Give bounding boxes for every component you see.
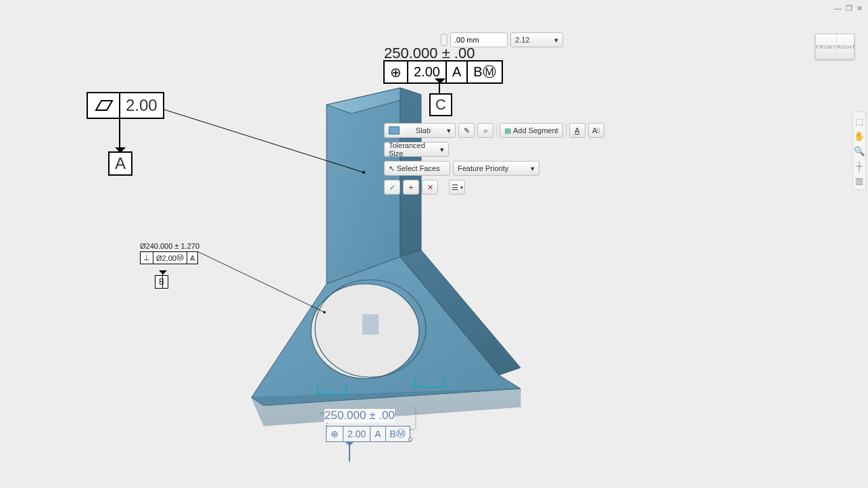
svg-point-10 (362, 171, 365, 174)
edit-icon[interactable]: ✎ (458, 123, 475, 138)
scale-value: 2.12 (515, 36, 529, 44)
pan-icon[interactable]: ✋ (853, 128, 865, 143)
window-controls: — ❐ ✕ (834, 4, 863, 13)
diameter-dimension: Ø240.000 ± 1.270 (140, 242, 199, 250)
add-segment-icon: ▦ (504, 126, 511, 135)
text-style-a-icon[interactable]: A (569, 123, 585, 138)
add-segment-button[interactable]: ▦ Add Segment (500, 123, 563, 138)
chevron-down-icon: ▾ (531, 164, 535, 173)
gdt-position-symbol-icon: ⊕ (385, 62, 408, 82)
svg-point-12 (323, 311, 326, 314)
detach-icon[interactable]: ⟐ (477, 123, 493, 138)
fcf-flatness-tol: 2.00 (120, 93, 163, 118)
cursor-icon: ↖ (389, 164, 395, 173)
slab-label: Slab (416, 126, 431, 135)
minimize-icon[interactable]: — (834, 4, 842, 13)
datum-c-triangle-icon (435, 78, 445, 84)
svg-line-11 (197, 251, 324, 312)
csys-icon[interactable]: ┼ (853, 158, 865, 173)
fcf-perp-tol: Ø2.00Ⓜ (153, 252, 187, 264)
add-segment-label: Add Segment (513, 126, 558, 135)
viewcube-front[interactable]: FRONT (816, 34, 837, 59)
fcf-bottom-tol: 2.00 (343, 426, 370, 441)
fit-view-icon[interactable]: ⬚ (853, 114, 865, 128)
select-faces-label: Select Faces (397, 164, 440, 172)
svg-marker-4 (400, 250, 521, 375)
close-icon[interactable]: ✕ (857, 4, 863, 13)
options-dropdown[interactable]: ☰ ▾ (449, 180, 465, 195)
fcf-perpendicularity[interactable]: ⊥ Ø2.00Ⓜ A (140, 251, 198, 264)
tol-size-label: Toleranced Size (389, 141, 438, 157)
svg-marker-1 (327, 88, 421, 114)
text-style-sup-icon[interactable]: Aͯ (588, 123, 604, 138)
extension-handle-left[interactable]: ↔ (318, 408, 326, 415)
section-icon[interactable]: ▥ (853, 173, 865, 188)
view-cube[interactable]: FRONT RIGHT (815, 34, 854, 59)
datum-b-box[interactable]: B (155, 275, 168, 289)
scale-dropdown[interactable]: 2.12 ▾ (510, 32, 563, 47)
cancel-button[interactable]: ✕ (422, 180, 438, 195)
datum-c-box[interactable]: C (429, 93, 452, 116)
context-toolbar: Slab ▾ ✎ ⟐ ▦ Add Segment A Aͯ Toleranced… (384, 123, 604, 195)
datum-a-connector (119, 116, 120, 149)
zoom-icon[interactable]: 🔍 (853, 143, 865, 158)
datum-a-box[interactable]: A (108, 151, 132, 176)
fcf-perp-datum: A (187, 252, 197, 264)
datum-c-connector (439, 81, 440, 93)
extension-handle-right[interactable]: ↔ (408, 424, 416, 431)
svg-marker-3 (251, 257, 521, 406)
separator (496, 124, 497, 137)
selection-highlight (362, 314, 379, 335)
feature-priority-label: Feature Priority (458, 164, 508, 172)
list-icon: ☰ (452, 183, 458, 192)
select-faces-button[interactable]: ↖ Select Faces (384, 161, 450, 176)
ok-button[interactable]: ✓ (384, 180, 400, 195)
resize-arrow-icon: ↔ (318, 409, 325, 417)
gdt-flatness-symbol-icon (88, 93, 120, 118)
grip-point-icon[interactable] (408, 437, 412, 441)
fcf-bottom-a: A (370, 426, 385, 441)
fcf-position-bottom[interactable]: ⊕ 2.00 A BⓂ (326, 426, 410, 442)
datum-b-triangle-icon (159, 270, 167, 274)
right-view-toolbar: ⬚ ✋ 🔍 ┼ ▥ (852, 112, 866, 190)
resize-arrow-icon: ↔ (408, 425, 416, 433)
separator (566, 124, 566, 137)
chevron-down-icon: ▾ (554, 36, 558, 45)
datum-b-connector (162, 272, 163, 288)
chevron-down-icon: ▾ (440, 145, 444, 154)
slab-dropdown[interactable]: Slab ▾ (384, 123, 456, 138)
fcf-flatness[interactable]: 2.00 (87, 92, 164, 119)
dimension-bottom[interactable]: 250.000 ± .00 (324, 409, 395, 422)
chevron-down-icon: ▾ (447, 126, 451, 135)
fcf-bottom-b: BⓂ (386, 426, 410, 441)
toleranced-size-dropdown[interactable]: Toleranced Size ▾ (384, 142, 449, 157)
fcf-datum-a: A (447, 62, 468, 82)
svg-line-9 (160, 108, 364, 172)
bottom-datum-connector (349, 443, 350, 462)
gdt-position-symbol-icon: ⊕ (327, 426, 343, 441)
add-button[interactable]: + (403, 180, 419, 195)
feature-priority-dropdown[interactable]: Feature Priority ▾ (453, 161, 539, 176)
fcf-datum-b: BⓂ (468, 62, 501, 82)
maximize-icon[interactable]: ❐ (846, 4, 852, 13)
viewcube-right[interactable]: RIGHT (837, 34, 855, 59)
gdt-perpendicularity-symbol-icon: ⊥ (141, 252, 153, 264)
chevron-down-icon: ▾ (460, 185, 463, 191)
